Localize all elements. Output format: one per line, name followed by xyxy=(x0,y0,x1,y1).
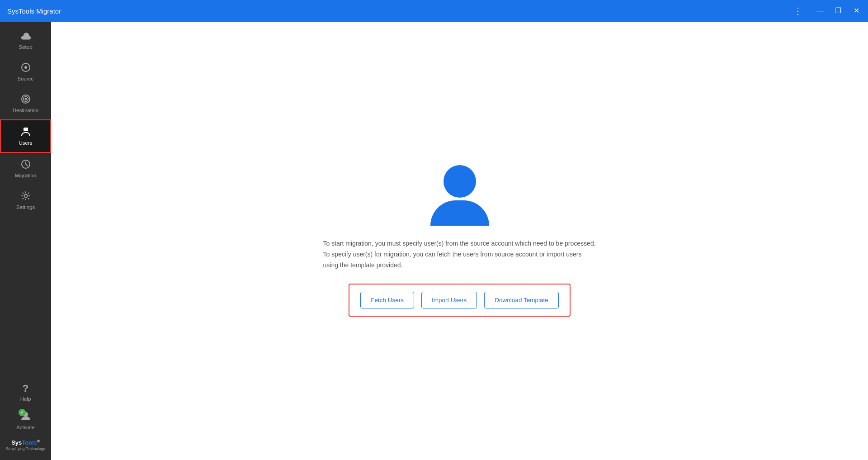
close-button[interactable]: ✕ xyxy=(852,7,861,14)
sidebar-item-help-label: Help xyxy=(20,396,31,402)
content-center: To start migration, you must specify use… xyxy=(320,165,600,316)
title-bar: SysTools Migrator ⋮ — ❐ ✕ xyxy=(0,0,868,22)
sidebar-item-source-label: Source xyxy=(17,76,33,81)
description-text: To start migration, you must specify use… xyxy=(320,238,600,270)
sidebar-item-users[interactable]: Users xyxy=(0,119,51,153)
sidebar-item-setup[interactable]: Setup xyxy=(0,25,51,56)
sidebar: Setup Source xyxy=(0,22,51,460)
app-body: Setup Source xyxy=(0,22,868,460)
sidebar-item-migration[interactable]: Migration xyxy=(0,153,51,185)
sidebar-item-source[interactable]: Source xyxy=(0,56,51,88)
sidebar-item-migration-label: Migration xyxy=(15,173,36,178)
migration-icon xyxy=(21,159,31,171)
sidebar-item-help[interactable]: ? Help xyxy=(0,378,51,406)
sidebar-item-setup-label: Setup xyxy=(19,44,32,50)
sidebar-item-users-label: Users xyxy=(19,140,32,146)
sidebar-item-settings-label: Settings xyxy=(16,204,35,210)
settings-icon xyxy=(21,191,31,203)
import-users-button[interactable]: Import Users xyxy=(421,292,477,308)
svg-point-3 xyxy=(24,98,27,100)
fetch-users-button[interactable]: Fetch Users xyxy=(360,292,414,308)
main-content: To start migration, you must specify use… xyxy=(51,22,868,460)
sidebar-bottom: ? Help ✓ Activate SysTools® xyxy=(0,378,51,460)
more-options-icon[interactable]: ⋮ xyxy=(793,5,803,16)
sidebar-item-activate[interactable]: ✓ Activate xyxy=(0,406,51,435)
brand-subtitle: Simplifying Technology xyxy=(6,446,45,451)
help-icon: ? xyxy=(23,383,28,394)
user-illustration xyxy=(430,165,489,226)
activate-check-icon: ✓ xyxy=(19,409,26,416)
user-body-icon xyxy=(430,200,489,226)
user-head-icon xyxy=(443,165,476,198)
window-controls: ⋮ — ❐ ✕ xyxy=(793,5,861,16)
destination-icon xyxy=(21,94,31,106)
download-template-button[interactable]: Download Template xyxy=(484,292,558,308)
cloud-icon xyxy=(20,32,31,43)
brand-name: SysTools® xyxy=(6,439,45,446)
brand-logo: SysTools® Simplifying Technology xyxy=(2,435,48,456)
sidebar-item-destination[interactable]: Destination xyxy=(0,88,51,119)
minimize-button[interactable]: — xyxy=(816,7,825,14)
users-icon xyxy=(21,127,31,138)
source-icon xyxy=(21,62,31,74)
app-title: SysTools Migrator xyxy=(7,7,793,15)
svg-point-1 xyxy=(24,66,27,69)
sidebar-nav: Setup Source xyxy=(0,22,51,378)
sidebar-item-destination-label: Destination xyxy=(13,108,39,113)
sidebar-item-activate-label: Activate xyxy=(16,425,35,430)
maximize-button[interactable]: ❐ xyxy=(834,7,843,14)
svg-point-7 xyxy=(24,194,27,198)
svg-rect-5 xyxy=(24,128,28,131)
sidebar-item-settings[interactable]: Settings xyxy=(0,185,51,216)
action-buttons-box: Fetch Users Import Users Download Templa… xyxy=(349,284,570,317)
